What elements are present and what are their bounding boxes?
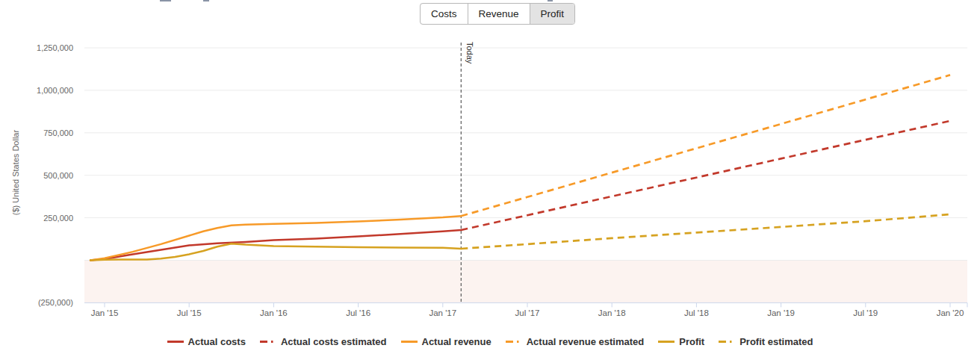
legend-item-actual-costs-estimated[interactable]: Actual costs estimated: [260, 336, 387, 347]
legend-label: Profit estimated: [739, 336, 813, 347]
y-axis-title: ($) United States Dollar: [11, 113, 20, 232]
legend-item-profit[interactable]: Profit: [658, 336, 704, 347]
legend-label: Actual revenue estimated: [527, 336, 645, 347]
y-axis-label: 750,000: [21, 128, 73, 137]
legend-label: Profit: [679, 336, 704, 347]
series-line-actual-revenue-estimated: [461, 75, 950, 216]
series-line-actual-revenue: [90, 216, 461, 260]
plot-canvas: [0, 0, 980, 357]
legend-label: Actual costs estimated: [281, 336, 387, 347]
x-axis-label: Jan '15: [91, 308, 119, 317]
legend-marker-dashed-line: [506, 340, 522, 344]
x-axis-label: Jan '18: [598, 308, 626, 317]
x-axis-label: Jul '15: [177, 308, 202, 317]
x-axis-label: Jan '20: [937, 308, 964, 317]
y-axis-label: (250,000): [21, 298, 73, 307]
y-axis-label: 500,000: [21, 171, 73, 180]
y-axis-label: 1,000,000: [21, 86, 73, 95]
x-axis-label: Jul '17: [515, 308, 540, 317]
legend-marker-solid-line: [167, 340, 184, 344]
legend-item-profit-estimated[interactable]: Profit estimated: [719, 336, 813, 347]
x-axis-label: Jul '18: [684, 308, 709, 317]
x-axis-label: Jan '19: [767, 308, 795, 317]
x-axis-label: Jul '19: [853, 308, 878, 317]
x-axis-label: Jul '16: [346, 308, 370, 317]
today-label: Today: [465, 42, 474, 63]
series-line-profit-estimated: [461, 214, 950, 249]
chart-area: 1,250,0001,000,000750,000500,000250,000(…: [0, 0, 980, 357]
legend: Actual costsActual costs estimatedActual…: [0, 336, 980, 347]
legend-marker-solid-line: [658, 340, 674, 344]
x-axis-label: Jan '17: [429, 308, 456, 317]
profit-chart-widget: CostsRevenueProfit 1,250,0001,000,000750…: [0, 0, 980, 357]
negative-plot-band: [84, 261, 967, 303]
legend-label: Actual revenue: [422, 336, 491, 347]
legend-marker-dashed-line: [719, 340, 735, 344]
y-axis-label: 250,000: [21, 214, 73, 223]
legend-marker-solid-line: [401, 340, 418, 344]
legend-marker-dashed-line: [260, 340, 276, 344]
legend-item-actual-revenue-estimated[interactable]: Actual revenue estimated: [506, 336, 645, 347]
legend-label: Actual costs: [188, 336, 246, 347]
y-axis-label: 1,250,000: [21, 43, 73, 52]
legend-item-actual-costs[interactable]: Actual costs: [167, 336, 246, 347]
legend-item-actual-revenue[interactable]: Actual revenue: [401, 336, 491, 347]
x-axis-label: Jan '16: [260, 308, 288, 317]
